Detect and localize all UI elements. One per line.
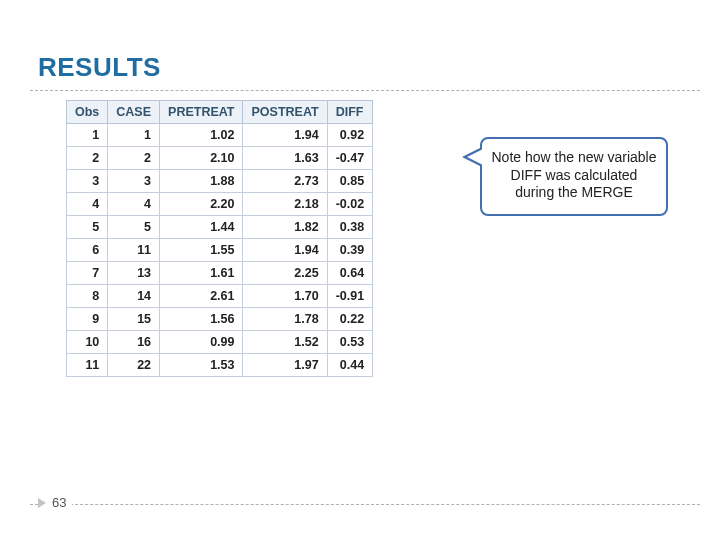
table-cell: 0.99 bbox=[160, 331, 243, 354]
table-cell: -0.02 bbox=[327, 193, 373, 216]
table-cell: 2.73 bbox=[243, 170, 327, 193]
table-row: 7131.612.250.64 bbox=[67, 262, 373, 285]
table-row: 551.441.820.38 bbox=[67, 216, 373, 239]
table-cell: 1.63 bbox=[243, 147, 327, 170]
table-cell: 1 bbox=[108, 124, 160, 147]
table-cell: 4 bbox=[108, 193, 160, 216]
table-cell: 1.70 bbox=[243, 285, 327, 308]
table-cell: 1.53 bbox=[160, 354, 243, 377]
table-cell: 1.61 bbox=[160, 262, 243, 285]
page-number-wrap: 63 bbox=[38, 495, 72, 510]
col-pretreat: PRETREAT bbox=[160, 101, 243, 124]
table-cell: 1.78 bbox=[243, 308, 327, 331]
table-cell: 0.64 bbox=[327, 262, 373, 285]
table-cell: 1.52 bbox=[243, 331, 327, 354]
table-cell: 8 bbox=[67, 285, 108, 308]
table-cell: 1.55 bbox=[160, 239, 243, 262]
table-cell: 2 bbox=[67, 147, 108, 170]
page-title: RESULTS bbox=[38, 52, 161, 83]
table-cell: 11 bbox=[108, 239, 160, 262]
table-cell: 0.22 bbox=[327, 308, 373, 331]
table-cell: 0.39 bbox=[327, 239, 373, 262]
table-cell: -0.91 bbox=[327, 285, 373, 308]
col-case: CASE bbox=[108, 101, 160, 124]
page-arrow-icon bbox=[38, 498, 46, 508]
table-cell: 22 bbox=[108, 354, 160, 377]
col-postreat: POSTREAT bbox=[243, 101, 327, 124]
table-cell: 0.92 bbox=[327, 124, 373, 147]
table-cell: 6 bbox=[67, 239, 108, 262]
table-row: 442.202.18-0.02 bbox=[67, 193, 373, 216]
table-row: 222.101.63-0.47 bbox=[67, 147, 373, 170]
table-header-row: Obs CASE PRETREAT POSTREAT DIFF bbox=[67, 101, 373, 124]
table-cell: 1.94 bbox=[243, 239, 327, 262]
table-cell: 14 bbox=[108, 285, 160, 308]
table-cell: 1 bbox=[67, 124, 108, 147]
callout-note: Note how the new variable DIFF was calcu… bbox=[480, 137, 668, 216]
table-row: 11221.531.970.44 bbox=[67, 354, 373, 377]
table-cell: 7 bbox=[67, 262, 108, 285]
table-cell: 1.02 bbox=[160, 124, 243, 147]
col-diff: DIFF bbox=[327, 101, 373, 124]
table-cell: 2.20 bbox=[160, 193, 243, 216]
table-cell: 1.94 bbox=[243, 124, 327, 147]
results-table-wrap: Obs CASE PRETREAT POSTREAT DIFF 111.021.… bbox=[66, 100, 373, 377]
divider-bottom bbox=[30, 504, 700, 505]
divider-top bbox=[30, 90, 700, 91]
table-cell: 1.97 bbox=[243, 354, 327, 377]
table-cell: 3 bbox=[108, 170, 160, 193]
table-row: 9151.561.780.22 bbox=[67, 308, 373, 331]
table-cell: 0.85 bbox=[327, 170, 373, 193]
table-cell: 1.56 bbox=[160, 308, 243, 331]
table-cell: 0.44 bbox=[327, 354, 373, 377]
table-cell: 2.25 bbox=[243, 262, 327, 285]
table-row: 111.021.940.92 bbox=[67, 124, 373, 147]
table-cell: 1.44 bbox=[160, 216, 243, 239]
table-row: 10160.991.520.53 bbox=[67, 331, 373, 354]
table-cell: 13 bbox=[108, 262, 160, 285]
table-cell: -0.47 bbox=[327, 147, 373, 170]
table-cell: 2 bbox=[108, 147, 160, 170]
col-obs: Obs bbox=[67, 101, 108, 124]
table-cell: 5 bbox=[108, 216, 160, 239]
page-number: 63 bbox=[52, 495, 66, 510]
table-cell: 1.88 bbox=[160, 170, 243, 193]
table-cell: 11 bbox=[67, 354, 108, 377]
results-table: Obs CASE PRETREAT POSTREAT DIFF 111.021.… bbox=[66, 100, 373, 377]
table-cell: 2.18 bbox=[243, 193, 327, 216]
table-row: 8142.611.70-0.91 bbox=[67, 285, 373, 308]
table-cell: 1.82 bbox=[243, 216, 327, 239]
table-row: 6111.551.940.39 bbox=[67, 239, 373, 262]
table-row: 331.882.730.85 bbox=[67, 170, 373, 193]
table-cell: 2.61 bbox=[160, 285, 243, 308]
table-cell: 2.10 bbox=[160, 147, 243, 170]
table-cell: 10 bbox=[67, 331, 108, 354]
table-cell: 15 bbox=[108, 308, 160, 331]
table-cell: 3 bbox=[67, 170, 108, 193]
table-cell: 0.53 bbox=[327, 331, 373, 354]
table-cell: 9 bbox=[67, 308, 108, 331]
table-cell: 5 bbox=[67, 216, 108, 239]
table-cell: 0.38 bbox=[327, 216, 373, 239]
table-cell: 16 bbox=[108, 331, 160, 354]
table-cell: 4 bbox=[67, 193, 108, 216]
